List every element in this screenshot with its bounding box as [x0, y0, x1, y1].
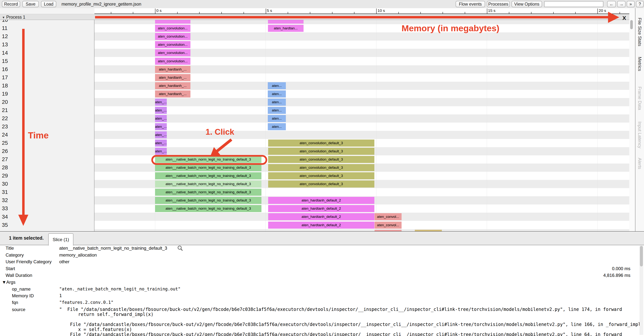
time-axis-label: Time [28, 130, 49, 141]
slice[interactable]: aten... [268, 90, 286, 98]
slice[interactable]: aten_hardtan... [268, 25, 304, 32]
major-gridline [266, 20, 266, 231]
processes-button[interactable]: Processes [487, 1, 510, 7]
slice[interactable]: aten__native_batch_norm_legit_no_trainin… [155, 172, 262, 179]
lane-stripe [94, 229, 629, 231]
ruler-tick-label: 5 s [267, 8, 272, 13]
detail-value-title: aten__native_batch_norm_legit_no_trainin… [59, 246, 167, 251]
detail-value-start: 0.000 ms [612, 266, 630, 271]
slice-plot-area[interactable]: aten_convolution...aten_hardtan...aten_c… [94, 20, 629, 231]
slice[interactable] [268, 20, 304, 24]
sidebar-item-input-latency[interactable]: Input Latency [637, 122, 642, 148]
record-button[interactable]: Record [2, 1, 20, 7]
flow-events-button[interactable]: Flow events [456, 1, 485, 7]
arg-value-op_name: "aten._native_batch_norm_legit_no_traini… [59, 287, 180, 291]
slice[interactable]: aten_hardtanh_... [155, 66, 190, 73]
slice[interactable]: aten_convolution_default_3 [268, 140, 374, 147]
slice[interactable]: aten__native_batch_norm_legit_no_trainin… [155, 197, 262, 204]
slice[interactable]: aten_hardtanh_default_2 [268, 205, 374, 212]
slice[interactable]: aten_... [155, 115, 167, 122]
args-section-header[interactable]: ▼Args [2, 280, 16, 285]
row-number: 17 [2, 74, 8, 81]
panel-scrollbar-thumb[interactable] [640, 246, 643, 266]
timeline-viewport[interactable]: 1011121314151617181920212223242526272829… [0, 20, 629, 231]
slice[interactable]: aten... [268, 82, 286, 89]
slice[interactable]: aten... [268, 99, 286, 106]
sidebar-item-file-size-stats[interactable]: File Size Stats [637, 18, 642, 46]
slice[interactable]: aten_hardtanh_... [155, 74, 190, 81]
sidebar-item-metrics[interactable]: Metrics [637, 57, 642, 71]
slice[interactable]: aten_convolution... [155, 58, 190, 65]
slice[interactable]: aten_convolution_default_3 [268, 148, 374, 155]
slice[interactable]: aten... [268, 123, 286, 130]
slice[interactable]: aten_hardtanh_... [155, 90, 190, 98]
slice[interactable] [415, 230, 442, 231]
magnifier-icon[interactable] [177, 245, 183, 252]
slice[interactable]: aten_convolution... [155, 49, 190, 56]
slice[interactable]: aten_hardtanh_default_2 [268, 213, 374, 220]
slice[interactable]: aten_hardtanh_... [155, 82, 190, 89]
row-number: 10 [2, 20, 8, 23]
find-prev-button[interactable]: ← [607, 1, 616, 7]
row-number: 15 [2, 58, 8, 64]
view-options-button[interactable]: View Options [512, 1, 542, 7]
slice[interactable]: aten_convolution... [155, 33, 190, 40]
row-number: 27 [2, 156, 8, 163]
slice[interactable]: aten_convol... [374, 213, 402, 220]
row-number: 16 [2, 66, 8, 72]
slice[interactable]: aten_hardtanh_default_2 [268, 197, 374, 204]
row-number-column: 1011121314151617181920212223242526272829… [0, 20, 94, 231]
slice[interactable]: aten_... [155, 107, 167, 114]
slice[interactable]: aten_... [155, 140, 167, 147]
timeline-scrollbar-track [629, 8, 635, 231]
tab-slice[interactable]: Slice (1) [48, 233, 74, 246]
slice[interactable]: aten_... [155, 123, 167, 130]
slice[interactable]: aten_convolution_default_3 [268, 172, 374, 179]
slice[interactable]: aten_convolution_default_3 [268, 156, 374, 163]
slice[interactable]: aten... [268, 115, 286, 122]
arg-value-memory-id: 1 [59, 293, 62, 298]
slice[interactable]: aten_... [155, 99, 167, 106]
sidebar-item-alerts[interactable]: Alerts [637, 158, 642, 169]
slice[interactable]: aten_convol... [374, 222, 402, 229]
time-axis-arrow-line [22, 29, 24, 215]
slice[interactable]: aten__native_batch_norm_legit_no_trainin… [155, 205, 262, 212]
ruler-minor-tick [575, 12, 576, 13]
slice[interactable]: aten__native_batch_norm_legit_no_trainin… [155, 180, 262, 187]
slice[interactable]: aten_convolution_default_3 [268, 180, 374, 187]
slice[interactable]: aten__native_batch_norm_legit_no_trainin… [155, 189, 262, 196]
row-number: 34 [2, 214, 8, 220]
ruler-minor-tick [244, 12, 244, 13]
detail-label-start: Start [6, 266, 15, 271]
row-number: 31 [2, 189, 8, 195]
selected-slice-highlight-ring [151, 155, 267, 165]
time-axis-arrow-head [18, 215, 28, 226]
slice[interactable]: aten_convolution... [155, 25, 190, 32]
detail-label-title: Title [6, 246, 14, 251]
slice[interactable]: aten_... [155, 131, 167, 138]
search-input[interactable] [544, 1, 604, 7]
slice[interactable]: aten_hardtanh_default_2 [268, 222, 374, 229]
ruler-minor-tick [111, 12, 111, 13]
slice[interactable]: aten__native_batch_norm_legit_no_trainin… [155, 164, 262, 171]
slice[interactable]: aten_convolution_default_3 [268, 164, 374, 171]
find-next-button[interactable]: → [617, 1, 626, 7]
save-button[interactable]: Save [22, 1, 39, 7]
more-tools-button[interactable]: » [627, 1, 635, 7]
sidebar-item-frame-data[interactable]: Frame Data [637, 87, 642, 110]
collapse-triangle-icon[interactable]: ▾ [2, 15, 4, 19]
row-number: 33 [2, 205, 8, 211]
ruler-minor-tick [398, 12, 399, 13]
slice[interactable]: aten... [268, 107, 286, 114]
slice[interactable] [374, 230, 402, 231]
help-button[interactable]: ? [636, 1, 644, 7]
selection-status: 1 item selected. [9, 235, 44, 241]
slice[interactable] [155, 20, 190, 24]
slice[interactable]: aten_... [155, 148, 167, 155]
load-button[interactable]: Load [41, 1, 56, 7]
slice[interactable]: aten_convolution... [155, 41, 190, 48]
row-number: 25 [2, 140, 8, 146]
ruler-minor-tick [420, 12, 421, 13]
row-number: 18 [2, 83, 8, 89]
timeline-scrollbar-thumb[interactable] [630, 20, 633, 29]
